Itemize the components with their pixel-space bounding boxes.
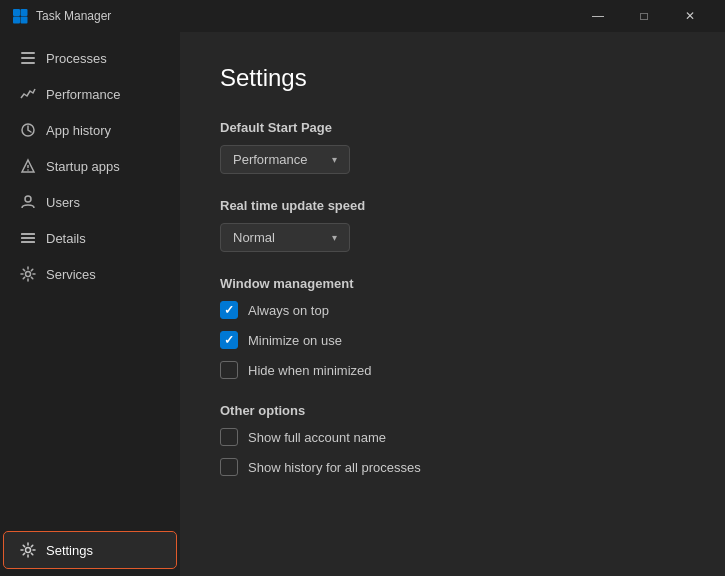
realtime-update-speed-label: Real time update speed — [220, 198, 685, 213]
services-icon — [20, 266, 36, 282]
app-icon — [12, 8, 28, 24]
svg-rect-0 — [13, 9, 20, 16]
always-on-top-item[interactable]: Always on top — [220, 301, 685, 319]
default-start-page-arrow: ▾ — [332, 154, 337, 165]
sidebar-item-users[interactable]: Users — [4, 184, 176, 220]
default-start-page-section: Default Start Page Performance ▾ — [220, 120, 685, 174]
always-on-top-label: Always on top — [248, 303, 329, 318]
realtime-update-speed-arrow: ▾ — [332, 232, 337, 243]
performance-label: Performance — [46, 87, 120, 102]
sidebar: Processes Performance App history — [0, 32, 180, 576]
other-options-label: Other options — [220, 403, 685, 418]
page-title: Settings — [220, 64, 685, 92]
svg-point-15 — [26, 272, 31, 277]
svg-rect-5 — [21, 57, 35, 59]
users-icon — [20, 194, 36, 210]
sidebar-item-processes[interactable]: Processes — [4, 40, 176, 76]
sidebar-item-app-history[interactable]: App history — [4, 112, 176, 148]
svg-rect-2 — [13, 17, 20, 24]
details-icon — [20, 230, 36, 246]
realtime-update-speed-section: Real time update speed Normal ▾ — [220, 198, 685, 252]
svg-rect-3 — [21, 17, 28, 24]
default-start-page-value: Performance — [233, 152, 307, 167]
show-history-all-item[interactable]: Show history for all processes — [220, 458, 685, 476]
app-history-label: App history — [46, 123, 111, 138]
close-button[interactable]: ✕ — [667, 0, 713, 32]
svg-rect-14 — [21, 241, 35, 243]
sidebar-item-performance[interactable]: Performance — [4, 76, 176, 112]
app-history-icon — [20, 122, 36, 138]
window-management-section: Window management Always on top Minimize… — [220, 276, 685, 379]
sidebar-item-services[interactable]: Services — [4, 256, 176, 292]
settings-content: Settings Default Start Page Performance … — [180, 32, 725, 576]
minimize-on-use-checkbox[interactable] — [220, 331, 238, 349]
default-start-page-dropdown[interactable]: Performance ▾ — [220, 145, 350, 174]
processes-label: Processes — [46, 51, 107, 66]
svg-point-11 — [25, 196, 31, 202]
svg-rect-13 — [21, 237, 35, 239]
other-options-section: Other options Show full account name Sho… — [220, 403, 685, 476]
minimize-on-use-item[interactable]: Minimize on use — [220, 331, 685, 349]
users-label: Users — [46, 195, 80, 210]
performance-icon — [20, 86, 36, 102]
minimize-button[interactable]: — — [575, 0, 621, 32]
window-title: Task Manager — [36, 9, 567, 23]
minimize-on-use-label: Minimize on use — [248, 333, 342, 348]
window-management-label: Window management — [220, 276, 685, 291]
details-label: Details — [46, 231, 86, 246]
window-management-checkboxes: Always on top Minimize on use Hide when … — [220, 301, 685, 379]
always-on-top-checkbox[interactable] — [220, 301, 238, 319]
sidebar-item-settings[interactable]: Settings — [4, 532, 176, 568]
settings-icon — [20, 542, 36, 558]
show-full-account-label: Show full account name — [248, 430, 386, 445]
hide-when-minimized-label: Hide when minimized — [248, 363, 372, 378]
services-label: Services — [46, 267, 96, 282]
show-full-account-item[interactable]: Show full account name — [220, 428, 685, 446]
svg-rect-1 — [21, 9, 28, 16]
svg-point-10 — [27, 169, 29, 171]
hide-when-minimized-checkbox[interactable] — [220, 361, 238, 379]
sidebar-item-startup-apps[interactable]: Startup apps — [4, 148, 176, 184]
show-full-account-checkbox[interactable] — [220, 428, 238, 446]
show-history-all-label: Show history for all processes — [248, 460, 421, 475]
processes-icon — [20, 50, 36, 66]
svg-rect-12 — [21, 233, 35, 235]
settings-label: Settings — [46, 543, 93, 558]
svg-point-16 — [26, 548, 31, 553]
svg-rect-4 — [21, 52, 35, 54]
other-options-checkboxes: Show full account name Show history for … — [220, 428, 685, 476]
svg-rect-6 — [21, 62, 35, 64]
titlebar: Task Manager — □ ✕ — [0, 0, 725, 32]
realtime-update-speed-dropdown[interactable]: Normal ▾ — [220, 223, 350, 252]
default-start-page-label: Default Start Page — [220, 120, 685, 135]
startup-apps-icon — [20, 158, 36, 174]
show-history-all-checkbox[interactable] — [220, 458, 238, 476]
realtime-update-speed-value: Normal — [233, 230, 275, 245]
startup-apps-label: Startup apps — [46, 159, 120, 174]
main-layout: Processes Performance App history — [0, 32, 725, 576]
sidebar-item-details[interactable]: Details — [4, 220, 176, 256]
maximize-button[interactable]: □ — [621, 0, 667, 32]
hide-when-minimized-item[interactable]: Hide when minimized — [220, 361, 685, 379]
window-controls: — □ ✕ — [575, 0, 713, 32]
